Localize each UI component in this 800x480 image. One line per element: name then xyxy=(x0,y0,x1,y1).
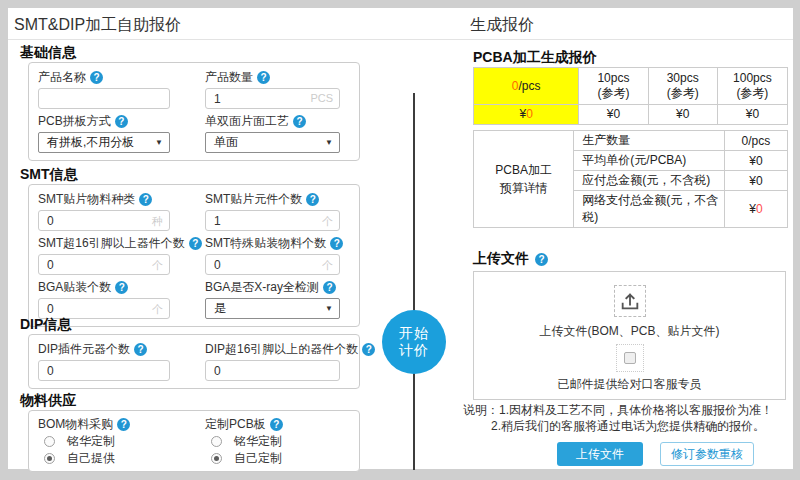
highlight-qty-cell: 0/pcs xyxy=(474,68,579,105)
smt-special-mount-input[interactable] xyxy=(205,254,340,275)
bom-option-self[interactable]: 自己提供 xyxy=(38,451,205,466)
dip-count-input[interactable] xyxy=(38,360,170,381)
radio-selected-icon[interactable] xyxy=(211,453,222,464)
smt-over16pin-label: SMT超16引脚以上器件个数 xyxy=(38,235,205,251)
help-icon[interactable] xyxy=(117,418,130,431)
highlight-price-cell: ¥0 xyxy=(474,105,579,125)
bom-purchase-label: BOM物料采购 xyxy=(38,416,205,432)
help-icon[interactable] xyxy=(362,343,375,356)
help-icon[interactable] xyxy=(293,115,306,128)
pcb-panel-select[interactable]: 有拼板,不用分板 xyxy=(38,132,170,153)
screen: SMT&DIP加工自助报价 生成报价 基础信息 产品名称 产品数量 xyxy=(0,0,800,480)
help-icon[interactable] xyxy=(115,115,128,128)
help-icon[interactable] xyxy=(139,193,152,206)
col-10pcs-header: 10pcs (参考) xyxy=(579,68,648,105)
smt-info-box: SMT贴片物料种类 种 SMT贴片元件个数 个 xyxy=(28,184,360,327)
quote-page: SMT&DIP加工自助报价 生成报价 基础信息 产品名称 产品数量 xyxy=(8,8,793,469)
help-icon[interactable] xyxy=(257,71,270,84)
smt-material-types-label: SMT贴片物料种类 xyxy=(38,191,205,207)
product-name-input[interactable] xyxy=(38,88,170,109)
col-100pcs-header: 100pcs (参考) xyxy=(717,68,787,105)
chevron-down-icon xyxy=(325,304,333,313)
row-label: 平均单价(元/PCBA) xyxy=(574,151,724,171)
help-icon[interactable] xyxy=(115,281,128,294)
radio-selected-icon[interactable] xyxy=(44,453,55,464)
dip-info-box: DIP插件元器个数 DIP超16引脚以上的器件个数 xyxy=(28,334,360,389)
row-value: ¥0 xyxy=(724,191,787,228)
row-label: 生产数量 xyxy=(574,131,724,151)
col-30pcs-header: 30pcs (参考) xyxy=(648,68,717,105)
email-provided-checkbox[interactable] xyxy=(624,352,636,364)
custom-pcb-label: 定制PCB板 xyxy=(205,416,350,432)
pcb-option-self[interactable]: 自己定制 xyxy=(205,451,350,466)
help-icon[interactable] xyxy=(134,343,147,356)
row-value: 0/pcs xyxy=(724,131,787,151)
pcb-panel-label: PCB拼板方式 xyxy=(38,113,205,129)
chevron-down-icon xyxy=(325,138,333,147)
smt-special-mount-label: SMT特殊贴装物料个数 xyxy=(205,235,350,251)
help-icon[interactable] xyxy=(535,253,548,266)
upload-dropzone[interactable] xyxy=(614,285,646,317)
help-icon[interactable] xyxy=(330,237,343,250)
upload-files-button[interactable]: 上传文件 xyxy=(557,442,643,466)
product-qty-label: 产品数量 xyxy=(205,69,350,85)
price-100pcs: ¥0 xyxy=(717,105,787,125)
budget-detail-table: PCBA加工 预算详情 生产数量 0/pcs 平均单价(元/PCBA) ¥0 应… xyxy=(473,130,788,228)
email-provided-label: 已邮件提供给对口客服专员 xyxy=(474,376,785,393)
dip-over16-label: DIP超16引脚以上的器件个数 xyxy=(205,341,375,357)
upload-icon xyxy=(619,290,641,312)
start-pricing-button[interactable]: 开始 计价 xyxy=(382,310,446,374)
bom-option-minghua[interactable]: 铭华定制 xyxy=(38,434,205,449)
process-label: 单双面片面工艺 xyxy=(205,113,350,129)
row-label: 网络支付总金额(元，不含税) xyxy=(574,191,724,228)
section-smt-info: SMT信息 xyxy=(20,166,78,184)
bga-xray-label: BGA是否X-ray全检测 xyxy=(205,279,350,295)
quote-notes: 说明：1.因材料及工艺不同，具体价格将以客服报价为准！ 2.稍后我们的客服将通过… xyxy=(463,402,773,434)
row-value: ¥0 xyxy=(724,151,787,171)
section-pcba-quote: PCBA加工生成报价 xyxy=(473,49,597,67)
email-checkbox-zone xyxy=(616,344,644,372)
dip-count-label: DIP插件元器个数 xyxy=(38,341,205,357)
help-icon[interactable] xyxy=(306,193,319,206)
basic-info-box: 产品名称 产品数量 PCS xyxy=(28,62,360,161)
section-upload-files: 上传文件 xyxy=(473,250,548,268)
bga-count-label: BGA贴装个数 xyxy=(38,279,205,295)
section-basic-info: 基础信息 xyxy=(20,44,76,62)
smt-material-types-input[interactable] xyxy=(38,210,170,231)
upload-files-box: 上传文件(BOM、PCB、贴片文件) 已邮件提供给对口客服专员 xyxy=(473,271,786,400)
price-summary-table: 0/pcs 10pcs (参考) 30pcs (参考) 100pcs (参考) … xyxy=(473,67,788,125)
section-material-supply: 物料供应 xyxy=(20,392,76,410)
pcb-option-minghua[interactable]: 铭华定制 xyxy=(205,434,350,449)
smt-component-count-label: SMT贴片元件个数 xyxy=(205,191,350,207)
revise-params-button[interactable]: 修订参数重核 xyxy=(660,442,754,466)
dip-over16-input[interactable] xyxy=(205,360,340,381)
row-value: ¥0 xyxy=(724,171,787,191)
smt-component-count-input[interactable] xyxy=(205,210,340,231)
material-supply-box: BOM物料采购 铭华定制 自己提供 定制PCB板 xyxy=(28,410,360,472)
process-select[interactable]: 单面 xyxy=(205,132,340,153)
product-name-label: 产品名称 xyxy=(38,69,205,85)
radio-icon[interactable] xyxy=(211,436,222,447)
help-icon[interactable] xyxy=(90,71,103,84)
help-icon[interactable] xyxy=(189,237,202,250)
header-divider xyxy=(8,39,793,40)
section-dip-info: DIP信息 xyxy=(20,316,71,334)
vertical-divider xyxy=(413,93,415,470)
budget-side-label: PCBA加工 预算详情 xyxy=(474,131,574,228)
smt-over16pin-input[interactable] xyxy=(38,254,170,275)
upload-files-label: 上传文件(BOM、PCB、贴片文件) xyxy=(474,323,785,340)
price-30pcs: ¥0 xyxy=(648,105,717,125)
chevron-down-icon xyxy=(155,138,163,147)
page-title: SMT&DIP加工自助报价 xyxy=(14,15,181,36)
bga-xray-select[interactable]: 是 xyxy=(205,298,340,319)
row-label: 应付总金额(元，不含税) xyxy=(574,171,724,191)
price-10pcs: ¥0 xyxy=(579,105,648,125)
product-qty-input[interactable] xyxy=(205,88,340,109)
radio-icon[interactable] xyxy=(44,436,55,447)
help-icon[interactable] xyxy=(323,281,336,294)
help-icon[interactable] xyxy=(270,418,283,431)
generate-quote-title: 生成报价 xyxy=(470,15,534,36)
